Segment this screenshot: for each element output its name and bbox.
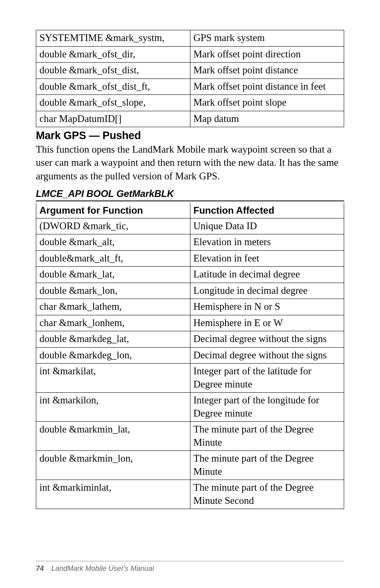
description-cell: Elevation in meters bbox=[190, 234, 344, 251]
description-cell: Unique Data ID bbox=[190, 218, 344, 234]
description-cell: Map datum bbox=[190, 111, 344, 127]
argument-cell: char MapDatumID[] bbox=[36, 111, 190, 127]
table-row: double &mark_ofst_dist,Mark offset point… bbox=[36, 63, 344, 79]
argument-cell: double &mark_ofst_slope, bbox=[36, 95, 190, 111]
argument-cell: double &markdeg_lat, bbox=[36, 331, 190, 348]
description-cell: Decimal degree without the signs bbox=[190, 347, 344, 364]
argument-cell: (DWORD &mark_tic, bbox=[36, 218, 190, 234]
table-row: SYSTEMTIME &mark_systm,GPS mark system bbox=[36, 30, 344, 47]
table-row: double &markdeg_lon,Decimal degree witho… bbox=[36, 347, 344, 364]
argument-cell: double &mark_ofst_dir, bbox=[36, 46, 190, 63]
description-cell: Mark offset point distance bbox=[190, 63, 344, 79]
description-cell: The minute part of the Degree Minute bbox=[190, 422, 344, 451]
api-table-getmarkblk: Argument for Function Function Affected … bbox=[36, 203, 344, 509]
table-row: double &mark_ofst_dist_ft,Mark offset po… bbox=[36, 79, 344, 95]
argument-cell: double &mark_alt, bbox=[36, 234, 190, 251]
page-number: 74 bbox=[36, 564, 44, 572]
table-row: double &mark_alt,Elevation in meters bbox=[36, 234, 344, 251]
argument-cell: double&mark_alt_ft, bbox=[36, 250, 190, 267]
table-header-argument: Argument for Function bbox=[36, 203, 190, 218]
argument-cell: SYSTEMTIME &mark_systm, bbox=[36, 30, 190, 47]
section-paragraph: This function opens the LandMark Mobile … bbox=[36, 143, 344, 183]
argument-cell: double &mark_ofst_dist_ft, bbox=[36, 79, 190, 95]
description-cell: Longitude in decimal degree bbox=[190, 283, 344, 299]
description-cell: Hemisphere in E or W bbox=[190, 315, 344, 331]
section-heading-mark-gps-pushed: Mark GPS — Pushed bbox=[36, 130, 344, 142]
table-row: double &markmin_lat,The minute part of t… bbox=[36, 422, 344, 451]
description-cell: Integer part of the longitude for Degree… bbox=[190, 393, 344, 422]
table-row: double &mark_ofst_dir,Mark offset point … bbox=[36, 46, 344, 63]
argument-cell: double &mark_ofst_dist, bbox=[36, 63, 190, 79]
description-cell: Mark offset point slope bbox=[190, 95, 344, 111]
argument-cell: double &markmin_lat, bbox=[36, 422, 190, 451]
description-cell: Latitude in decimal degree bbox=[190, 267, 344, 283]
description-cell: Hemisphere in N or S bbox=[190, 299, 344, 315]
table-row: char MapDatumID[]Map datum bbox=[36, 111, 344, 127]
table-row: (DWORD &mark_tic,Unique Data ID bbox=[36, 218, 344, 234]
description-cell: The minute part of the Degree Minute Sec… bbox=[190, 480, 344, 509]
argument-cell: char &mark_lathem, bbox=[36, 299, 190, 315]
argument-cell: int &markilat, bbox=[36, 364, 190, 393]
argument-cell: int &markilon, bbox=[36, 393, 190, 422]
table-header-function: Function Affected bbox=[190, 203, 344, 218]
table-row: int &markilon,Integer part of the longit… bbox=[36, 393, 344, 422]
argument-cell: double &mark_lat, bbox=[36, 267, 190, 283]
function-signature-heading: LMCE_API BOOL GetMarkBLK bbox=[36, 188, 344, 201]
table-row: double &markdeg_lat,Decimal degree witho… bbox=[36, 331, 344, 348]
table-row: double&mark_alt_ft,Elevation in feet bbox=[36, 250, 344, 267]
argument-cell: double &markdeg_lon, bbox=[36, 347, 190, 364]
argument-cell: double &mark_lon, bbox=[36, 283, 190, 299]
description-cell: Decimal degree without the signs bbox=[190, 331, 344, 348]
table-row: double &markmin_lon,The minute part of t… bbox=[36, 451, 344, 480]
argument-cell: int &markiminlat, bbox=[36, 480, 190, 509]
description-cell: Mark offset point distance in feet bbox=[190, 79, 344, 95]
argument-cell: double &markmin_lon, bbox=[36, 451, 190, 480]
table-row: char &mark_lonhem,Hemisphere in E or W bbox=[36, 315, 344, 331]
description-cell: The minute part of the Degree Minute bbox=[190, 451, 344, 480]
description-cell: Mark offset point direction bbox=[190, 46, 344, 63]
api-table-continuation: SYSTEMTIME &mark_systm,GPS mark systemdo… bbox=[36, 30, 344, 127]
table-row: int &markilat,Integer part of the latitu… bbox=[36, 364, 344, 393]
table-row: double &mark_lon,Longitude in decimal de… bbox=[36, 283, 344, 299]
table-row: int &markiminlat,The minute part of the … bbox=[36, 480, 344, 509]
table-row: double &mark_lat,Latitude in decimal deg… bbox=[36, 267, 344, 283]
table-row: char &mark_lathem,Hemisphere in N or S bbox=[36, 299, 344, 315]
table-row: double &mark_ofst_slope,Mark offset poin… bbox=[36, 95, 344, 111]
description-cell: Elevation in feet bbox=[190, 250, 344, 267]
description-cell: Integer part of the latitude for Degree … bbox=[190, 364, 344, 393]
argument-cell: char &mark_lonhem, bbox=[36, 315, 190, 331]
description-cell: GPS mark system bbox=[190, 30, 344, 47]
manual-title: LandMark Mobile User's Manual bbox=[51, 564, 154, 572]
page-footer: 74 LandMark Mobile User's Manual bbox=[36, 561, 344, 573]
